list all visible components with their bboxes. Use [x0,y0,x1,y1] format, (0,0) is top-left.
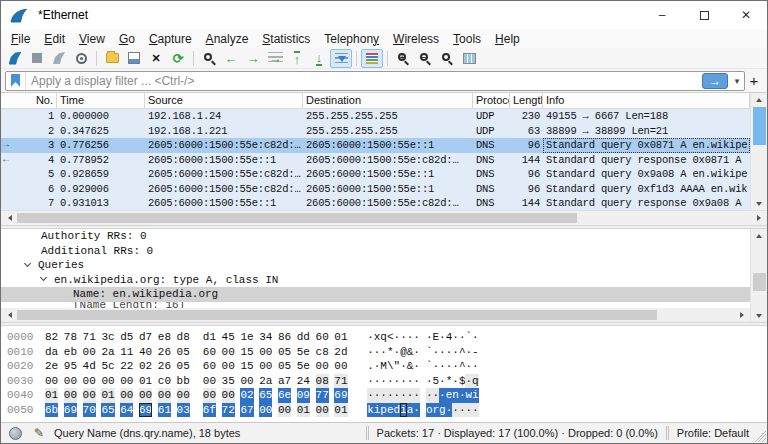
hex-byte[interactable]: 05 [278,345,291,360]
packet-row-6[interactable]: 60.9290062605:6000:1500:55e:c82d:…2605:6… [1,182,750,197]
zoom-out-button[interactable]: − [414,49,436,68]
go-back-button[interactable]: ← [220,49,242,68]
hex-byte[interactable]: 00 [222,345,235,360]
menu-capture[interactable]: Capture [142,32,199,46]
hex-byte[interactable]: 00 [45,374,58,389]
hex-byte[interactable]: 00 [240,374,253,389]
ascii-char[interactable]: \ [387,359,394,374]
menu-help[interactable]: Help [488,32,527,46]
hex-byte[interactable]: e8 [158,330,171,345]
packet-row-1[interactable]: 10.000000192.168.1.24255.255.255.255UDP2… [1,109,750,124]
ascii-char[interactable]: " [394,359,401,374]
ascii-char[interactable]: · [367,330,374,345]
ascii-char[interactable]: 5 [433,374,440,389]
ascii-char[interactable]: · [380,374,387,389]
hex-byte[interactable]: 11 [120,345,133,360]
menu-statistics[interactable]: Statistics [255,32,317,46]
ascii-char[interactable]: · [465,359,472,374]
hex-byte[interactable]: 5e [297,359,310,374]
expert-info-icon[interactable] [9,427,22,440]
hex-byte[interactable]: 26 [158,345,171,360]
hex-byte[interactable]: 60 [316,330,329,345]
open-file-button[interactable] [101,49,123,68]
hex-byte[interactable]: 15 [240,345,253,360]
ascii-char[interactable]: · [380,388,387,403]
ascii-char[interactable]: · [387,374,394,389]
hex-byte[interactable]: 65 [101,403,114,418]
ascii-char[interactable]: i [374,403,381,418]
hex-byte[interactable]: 02 [240,388,253,403]
ascii-char[interactable]: · [400,374,407,389]
detail-row[interactable]: Authority RRs: 0 [1,229,750,244]
scroll-right-icon[interactable] [750,212,767,225]
hex-byte[interactable]: 2d [334,345,347,360]
ascii-char[interactable]: · [452,359,459,374]
menu-analyze[interactable]: Analyze [199,32,256,46]
resize-columns-button[interactable] [458,49,480,68]
hex-byte[interactable]: bb [177,374,190,389]
ascii-char[interactable]: ` [426,345,433,360]
menu-file[interactable]: File [4,32,37,46]
ascii-char[interactable]: · [465,374,472,389]
hex-byte[interactable]: dd [297,330,310,345]
column-header-len[interactable]: Length [510,93,543,108]
hex-byte[interactable]: 05 [177,359,190,374]
ascii-char[interactable]: a [407,403,414,418]
ascii-char[interactable]: · [387,388,394,403]
hex-byte[interactable]: 45 [222,330,235,345]
zoom-original-button[interactable] [436,49,458,68]
ascii-char[interactable]: r [433,403,440,418]
ascii-char[interactable]: o [426,403,433,418]
ascii-char[interactable]: @ [400,345,407,360]
expand-chevron-icon[interactable] [40,274,47,281]
ascii-char[interactable]: q [472,374,479,389]
packet-list-vscrollbar[interactable] [750,93,767,210]
packet-list-hscrollbar[interactable] [1,211,767,225]
ascii-char[interactable]: · [374,359,381,374]
packet-row-7[interactable]: 70.9310132605:6000:1500:55e::12605:6000:… [1,196,750,210]
hex-byte[interactable]: 00 [203,388,216,403]
ascii-char[interactable]: · [472,359,479,374]
hex-byte[interactable]: 01 [334,330,347,345]
close-file-button[interactable]: ✕ [145,49,167,68]
ascii-char[interactable]: · [407,374,414,389]
detail-hscroll-thumb[interactable] [17,310,657,320]
hex-byte[interactable]: 00 [158,388,171,403]
hex-byte[interactable]: 01 [101,388,114,403]
hex-byte[interactable]: 4d [83,359,96,374]
ascii-char[interactable]: · [452,374,459,389]
profile-status[interactable]: Profile: Default [677,427,749,439]
zoom-in-button[interactable]: + [392,49,414,68]
hex-byte[interactable]: 71 [83,330,96,345]
hex-byte[interactable]: 78 [64,330,77,345]
go-last-packet-button[interactable]: ↓ [308,49,330,68]
scroll-right-icon[interactable] [733,309,750,322]
hex-byte[interactable]: 70 [83,403,96,418]
scroll-up-icon[interactable] [751,229,768,242]
hex-byte[interactable]: 69 [334,388,347,403]
menu-go[interactable]: Go [112,32,142,46]
ascii-char[interactable]: · [413,403,420,418]
ascii-char[interactable]: · [446,403,453,418]
ascii-char[interactable]: & [407,359,414,374]
ascii-char[interactable]: & [407,345,414,360]
go-forward-button[interactable]: → [242,49,264,68]
hex-byte[interactable]: 03 [177,403,190,418]
ascii-char[interactable]: · [452,403,459,418]
hex-byte[interactable]: d8 [177,330,190,345]
ascii-char[interactable]: e [387,403,394,418]
ascii-char[interactable]: . [367,359,374,374]
hex-byte[interactable]: 6e [278,388,291,403]
capture-options-button[interactable] [70,49,92,68]
hex-byte[interactable]: 00 [259,403,272,418]
ascii-char[interactable]: ` [426,359,433,374]
hex-byte[interactable]: 69 [139,403,152,418]
hex-byte[interactable]: 1e [240,330,253,345]
detail-vscroll-thumb[interactable] [753,273,766,291]
hex-byte[interactable]: 00 [222,359,235,374]
detail-row[interactable]: Queries [1,258,750,273]
detail-row[interactable]: Additional RRs: 0 [1,244,750,259]
ascii-char[interactable]: · [394,330,401,345]
ascii-char[interactable]: $ [459,374,466,389]
hex-byte[interactable]: 00 [222,388,235,403]
